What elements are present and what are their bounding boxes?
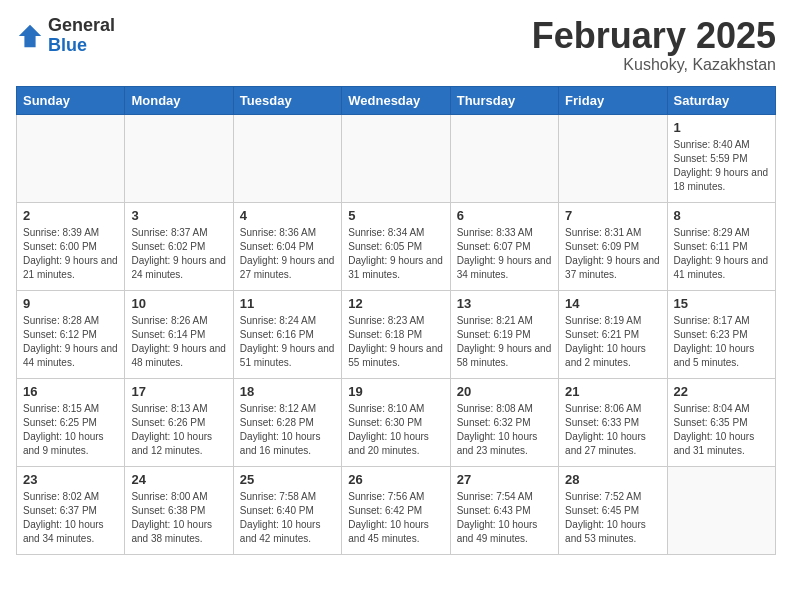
week-row: 23Sunrise: 8:02 AM Sunset: 6:37 PM Dayli…: [17, 466, 776, 554]
day-cell: [233, 114, 341, 202]
svg-marker-0: [19, 25, 41, 47]
day-cell: 13Sunrise: 8:21 AM Sunset: 6:19 PM Dayli…: [450, 290, 558, 378]
day-cell: 8Sunrise: 8:29 AM Sunset: 6:11 PM Daylig…: [667, 202, 775, 290]
day-info: Sunrise: 8:31 AM Sunset: 6:09 PM Dayligh…: [565, 226, 660, 282]
day-cell: 18Sunrise: 8:12 AM Sunset: 6:28 PM Dayli…: [233, 378, 341, 466]
day-info: Sunrise: 8:21 AM Sunset: 6:19 PM Dayligh…: [457, 314, 552, 370]
day-cell: 4Sunrise: 8:36 AM Sunset: 6:04 PM Daylig…: [233, 202, 341, 290]
calendar-body: 1Sunrise: 8:40 AM Sunset: 5:59 PM Daylig…: [17, 114, 776, 554]
day-info: Sunrise: 8:26 AM Sunset: 6:14 PM Dayligh…: [131, 314, 226, 370]
day-info: Sunrise: 8:37 AM Sunset: 6:02 PM Dayligh…: [131, 226, 226, 282]
logo: General Blue: [16, 16, 115, 56]
day-number: 21: [565, 384, 660, 399]
day-cell: 25Sunrise: 7:58 AM Sunset: 6:40 PM Dayli…: [233, 466, 341, 554]
day-cell: 12Sunrise: 8:23 AM Sunset: 6:18 PM Dayli…: [342, 290, 450, 378]
day-cell: 7Sunrise: 8:31 AM Sunset: 6:09 PM Daylig…: [559, 202, 667, 290]
day-info: Sunrise: 8:39 AM Sunset: 6:00 PM Dayligh…: [23, 226, 118, 282]
day-number: 4: [240, 208, 335, 223]
day-number: 12: [348, 296, 443, 311]
day-cell: 17Sunrise: 8:13 AM Sunset: 6:26 PM Dayli…: [125, 378, 233, 466]
day-info: Sunrise: 8:00 AM Sunset: 6:38 PM Dayligh…: [131, 490, 226, 546]
calendar-table: SundayMondayTuesdayWednesdayThursdayFrid…: [16, 86, 776, 555]
week-row: 1Sunrise: 8:40 AM Sunset: 5:59 PM Daylig…: [17, 114, 776, 202]
day-info: Sunrise: 8:10 AM Sunset: 6:30 PM Dayligh…: [348, 402, 443, 458]
day-number: 16: [23, 384, 118, 399]
day-info: Sunrise: 8:13 AM Sunset: 6:26 PM Dayligh…: [131, 402, 226, 458]
day-number: 20: [457, 384, 552, 399]
day-info: Sunrise: 7:56 AM Sunset: 6:42 PM Dayligh…: [348, 490, 443, 546]
title-block: February 2025 Kushoky, Kazakhstan: [532, 16, 776, 74]
week-row: 9Sunrise: 8:28 AM Sunset: 6:12 PM Daylig…: [17, 290, 776, 378]
day-info: Sunrise: 8:24 AM Sunset: 6:16 PM Dayligh…: [240, 314, 335, 370]
day-cell: [667, 466, 775, 554]
day-number: 27: [457, 472, 552, 487]
day-info: Sunrise: 8:23 AM Sunset: 6:18 PM Dayligh…: [348, 314, 443, 370]
day-cell: 26Sunrise: 7:56 AM Sunset: 6:42 PM Dayli…: [342, 466, 450, 554]
day-info: Sunrise: 8:36 AM Sunset: 6:04 PM Dayligh…: [240, 226, 335, 282]
day-cell: 3Sunrise: 8:37 AM Sunset: 6:02 PM Daylig…: [125, 202, 233, 290]
day-info: Sunrise: 8:17 AM Sunset: 6:23 PM Dayligh…: [674, 314, 769, 370]
day-number: 5: [348, 208, 443, 223]
day-info: Sunrise: 8:33 AM Sunset: 6:07 PM Dayligh…: [457, 226, 552, 282]
day-number: 26: [348, 472, 443, 487]
header-day: Tuesday: [233, 86, 341, 114]
day-cell: 9Sunrise: 8:28 AM Sunset: 6:12 PM Daylig…: [17, 290, 125, 378]
day-cell: [450, 114, 558, 202]
calendar-subtitle: Kushoky, Kazakhstan: [532, 56, 776, 74]
day-info: Sunrise: 8:19 AM Sunset: 6:21 PM Dayligh…: [565, 314, 660, 370]
day-cell: 16Sunrise: 8:15 AM Sunset: 6:25 PM Dayli…: [17, 378, 125, 466]
day-cell: 24Sunrise: 8:00 AM Sunset: 6:38 PM Dayli…: [125, 466, 233, 554]
day-cell: 20Sunrise: 8:08 AM Sunset: 6:32 PM Dayli…: [450, 378, 558, 466]
header-day: Wednesday: [342, 86, 450, 114]
week-row: 16Sunrise: 8:15 AM Sunset: 6:25 PM Dayli…: [17, 378, 776, 466]
week-row: 2Sunrise: 8:39 AM Sunset: 6:00 PM Daylig…: [17, 202, 776, 290]
day-number: 9: [23, 296, 118, 311]
day-number: 3: [131, 208, 226, 223]
day-cell: [342, 114, 450, 202]
logo-blue-text: Blue: [48, 36, 115, 56]
header-day: Saturday: [667, 86, 775, 114]
day-cell: 6Sunrise: 8:33 AM Sunset: 6:07 PM Daylig…: [450, 202, 558, 290]
header-day: Thursday: [450, 86, 558, 114]
day-number: 11: [240, 296, 335, 311]
day-number: 10: [131, 296, 226, 311]
day-cell: 22Sunrise: 8:04 AM Sunset: 6:35 PM Dayli…: [667, 378, 775, 466]
day-cell: [125, 114, 233, 202]
day-number: 15: [674, 296, 769, 311]
day-number: 18: [240, 384, 335, 399]
day-info: Sunrise: 8:34 AM Sunset: 6:05 PM Dayligh…: [348, 226, 443, 282]
day-number: 14: [565, 296, 660, 311]
day-number: 19: [348, 384, 443, 399]
day-cell: 15Sunrise: 8:17 AM Sunset: 6:23 PM Dayli…: [667, 290, 775, 378]
day-number: 7: [565, 208, 660, 223]
day-number: 22: [674, 384, 769, 399]
logo-icon: [16, 22, 44, 50]
calendar-header: SundayMondayTuesdayWednesdayThursdayFrid…: [17, 86, 776, 114]
day-info: Sunrise: 7:52 AM Sunset: 6:45 PM Dayligh…: [565, 490, 660, 546]
day-info: Sunrise: 8:08 AM Sunset: 6:32 PM Dayligh…: [457, 402, 552, 458]
day-cell: 11Sunrise: 8:24 AM Sunset: 6:16 PM Dayli…: [233, 290, 341, 378]
day-cell: 1Sunrise: 8:40 AM Sunset: 5:59 PM Daylig…: [667, 114, 775, 202]
day-number: 2: [23, 208, 118, 223]
day-cell: 2Sunrise: 8:39 AM Sunset: 6:00 PM Daylig…: [17, 202, 125, 290]
day-cell: 21Sunrise: 8:06 AM Sunset: 6:33 PM Dayli…: [559, 378, 667, 466]
day-info: Sunrise: 8:28 AM Sunset: 6:12 PM Dayligh…: [23, 314, 118, 370]
day-info: Sunrise: 8:06 AM Sunset: 6:33 PM Dayligh…: [565, 402, 660, 458]
day-number: 13: [457, 296, 552, 311]
header-row: SundayMondayTuesdayWednesdayThursdayFrid…: [17, 86, 776, 114]
day-cell: 19Sunrise: 8:10 AM Sunset: 6:30 PM Dayli…: [342, 378, 450, 466]
calendar-title: February 2025: [532, 16, 776, 56]
day-number: 25: [240, 472, 335, 487]
day-info: Sunrise: 8:40 AM Sunset: 5:59 PM Dayligh…: [674, 138, 769, 194]
day-info: Sunrise: 8:29 AM Sunset: 6:11 PM Dayligh…: [674, 226, 769, 282]
day-info: Sunrise: 7:58 AM Sunset: 6:40 PM Dayligh…: [240, 490, 335, 546]
day-cell: [559, 114, 667, 202]
day-cell: 10Sunrise: 8:26 AM Sunset: 6:14 PM Dayli…: [125, 290, 233, 378]
day-number: 28: [565, 472, 660, 487]
day-cell: [17, 114, 125, 202]
day-cell: 23Sunrise: 8:02 AM Sunset: 6:37 PM Dayli…: [17, 466, 125, 554]
day-number: 8: [674, 208, 769, 223]
day-number: 24: [131, 472, 226, 487]
day-info: Sunrise: 8:04 AM Sunset: 6:35 PM Dayligh…: [674, 402, 769, 458]
day-cell: 28Sunrise: 7:52 AM Sunset: 6:45 PM Dayli…: [559, 466, 667, 554]
